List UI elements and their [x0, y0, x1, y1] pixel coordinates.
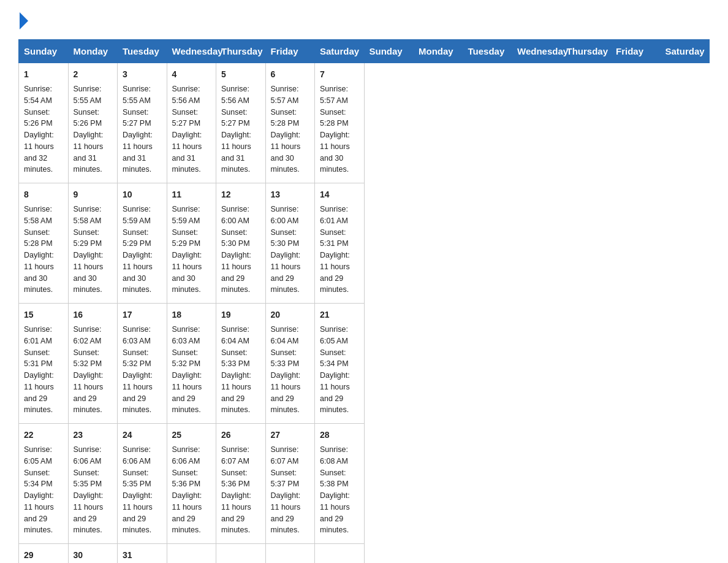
day-number: 2 [74, 68, 113, 81]
day-cell-24: 24Sunrise: 6:06 AMSunset: 5:35 PMDayligh… [118, 424, 167, 544]
day-cell-5: 5Sunrise: 5:56 AMSunset: 5:27 PMDaylight… [216, 63, 266, 183]
day-header-sunday: Sunday [19, 40, 69, 63]
day-cell-17: 17Sunrise: 6:03 AMSunset: 5:32 PMDayligh… [118, 304, 167, 424]
day-number: 16 [74, 308, 113, 321]
day-cell-29: 29Sunrise: 6:08 AMSunset: 5:38 PMDayligh… [19, 544, 69, 564]
day-cell-13: 13Sunrise: 6:00 AMSunset: 5:30 PMDayligh… [265, 183, 315, 304]
day-header-thursday: Thursday [561, 40, 611, 63]
day-cell-9: 9Sunrise: 5:58 AMSunset: 5:29 PMDaylight… [68, 183, 118, 304]
day-number: 10 [123, 188, 162, 201]
day-cell-18: 18Sunrise: 6:03 AMSunset: 5:32 PMDayligh… [167, 304, 216, 424]
day-header-sunday: Sunday [364, 40, 414, 63]
day-number: 12 [221, 188, 260, 201]
day-number: 17 [123, 308, 162, 321]
day-cell-10: 10Sunrise: 5:59 AMSunset: 5:29 PMDayligh… [118, 183, 167, 304]
day-cell-31: 31Sunrise: 6:09 AMSunset: 5:39 PMDayligh… [118, 544, 167, 564]
day-cell-4: 4Sunrise: 5:56 AMSunset: 5:27 PMDaylight… [167, 63, 216, 183]
day-cell-19: 19Sunrise: 6:04 AMSunset: 5:33 PMDayligh… [216, 304, 266, 424]
day-number: 11 [172, 188, 211, 201]
day-header-wednesday: Wednesday [167, 40, 216, 63]
day-number: 14 [320, 188, 359, 201]
day-header-saturday: Saturday [315, 40, 365, 63]
day-cell-6: 6Sunrise: 5:57 AMSunset: 5:28 PMDaylight… [265, 63, 315, 183]
day-cell-15: 15Sunrise: 6:01 AMSunset: 5:31 PMDayligh… [19, 304, 69, 424]
calendar-table: SundayMondayTuesdayWednesdayThursdayFrid… [18, 39, 710, 563]
day-cell-28: 28Sunrise: 6:08 AMSunset: 5:38 PMDayligh… [315, 424, 365, 544]
day-cell-3: 3Sunrise: 5:55 AMSunset: 5:27 PMDaylight… [118, 63, 167, 183]
day-number: 20 [271, 308, 310, 321]
calendar-header-row: SundayMondayTuesdayWednesdayThursdayFrid… [19, 40, 710, 63]
day-number: 28 [320, 429, 359, 442]
day-cell-26: 26Sunrise: 6:07 AMSunset: 5:36 PMDayligh… [216, 424, 266, 544]
empty-cell [315, 544, 365, 564]
week-row-3: 15Sunrise: 6:01 AMSunset: 5:31 PMDayligh… [19, 304, 710, 424]
week-row-1: 1Sunrise: 5:54 AMSunset: 5:26 PMDaylight… [19, 63, 710, 183]
day-number: 3 [123, 68, 162, 81]
day-number: 9 [74, 188, 113, 201]
day-cell-23: 23Sunrise: 6:06 AMSunset: 5:35 PMDayligh… [68, 424, 118, 544]
day-header-friday: Friday [611, 40, 661, 63]
week-row-4: 22Sunrise: 6:05 AMSunset: 5:34 PMDayligh… [19, 424, 710, 544]
day-header-saturday: Saturday [660, 40, 710, 63]
day-number: 6 [271, 68, 310, 81]
day-number: 19 [221, 308, 260, 321]
day-cell-12: 12Sunrise: 6:00 AMSunset: 5:30 PMDayligh… [216, 183, 266, 304]
day-number: 31 [123, 549, 162, 562]
day-number: 5 [221, 68, 260, 81]
day-number: 25 [172, 429, 211, 442]
day-cell-25: 25Sunrise: 6:06 AMSunset: 5:36 PMDayligh… [167, 424, 216, 544]
day-cell-11: 11Sunrise: 5:59 AMSunset: 5:29 PMDayligh… [167, 183, 216, 304]
day-number: 13 [271, 188, 310, 201]
day-number: 1 [24, 68, 63, 81]
day-cell-21: 21Sunrise: 6:05 AMSunset: 5:34 PMDayligh… [315, 304, 365, 424]
day-number: 24 [123, 429, 162, 442]
day-number: 15 [24, 308, 63, 321]
day-cell-2: 2Sunrise: 5:55 AMSunset: 5:26 PMDaylight… [68, 63, 118, 183]
day-number: 29 [24, 549, 63, 562]
logo-triangle-icon [20, 12, 28, 29]
day-cell-30: 30Sunrise: 6:09 AMSunset: 5:39 PMDayligh… [68, 544, 118, 564]
day-cell-16: 16Sunrise: 6:02 AMSunset: 5:32 PMDayligh… [68, 304, 118, 424]
day-header-monday: Monday [414, 40, 463, 63]
day-number: 4 [172, 68, 211, 81]
day-number: 26 [221, 429, 260, 442]
day-number: 18 [172, 308, 211, 321]
day-number: 23 [74, 429, 113, 442]
day-number: 8 [24, 188, 63, 201]
day-cell-7: 7Sunrise: 5:57 AMSunset: 5:28 PMDaylight… [315, 63, 365, 183]
day-cell-22: 22Sunrise: 6:05 AMSunset: 5:34 PMDayligh… [19, 424, 69, 544]
day-number: 22 [24, 429, 63, 442]
day-cell-20: 20Sunrise: 6:04 AMSunset: 5:33 PMDayligh… [265, 304, 315, 424]
page-header [18, 18, 710, 27]
day-number: 30 [74, 549, 113, 562]
day-header-wednesday: Wednesday [512, 40, 562, 63]
day-header-monday: Monday [68, 40, 118, 63]
day-cell-8: 8Sunrise: 5:58 AMSunset: 5:28 PMDaylight… [19, 183, 69, 304]
week-row-5: 29Sunrise: 6:08 AMSunset: 5:38 PMDayligh… [19, 544, 710, 564]
day-header-tuesday: Tuesday [463, 40, 512, 63]
empty-cell [167, 544, 216, 564]
day-header-friday: Friday [265, 40, 315, 63]
day-number: 27 [271, 429, 310, 442]
day-cell-27: 27Sunrise: 6:07 AMSunset: 5:37 PMDayligh… [265, 424, 315, 544]
empty-cell [265, 544, 315, 564]
logo [18, 18, 28, 27]
week-row-2: 8Sunrise: 5:58 AMSunset: 5:28 PMDaylight… [19, 183, 710, 304]
day-cell-14: 14Sunrise: 6:01 AMSunset: 5:31 PMDayligh… [315, 183, 365, 304]
day-header-thursday: Thursday [216, 40, 266, 63]
day-header-tuesday: Tuesday [118, 40, 167, 63]
day-number: 21 [320, 308, 359, 321]
day-cell-1: 1Sunrise: 5:54 AMSunset: 5:26 PMDaylight… [19, 63, 69, 183]
day-number: 7 [320, 68, 359, 81]
empty-cell [216, 544, 266, 564]
